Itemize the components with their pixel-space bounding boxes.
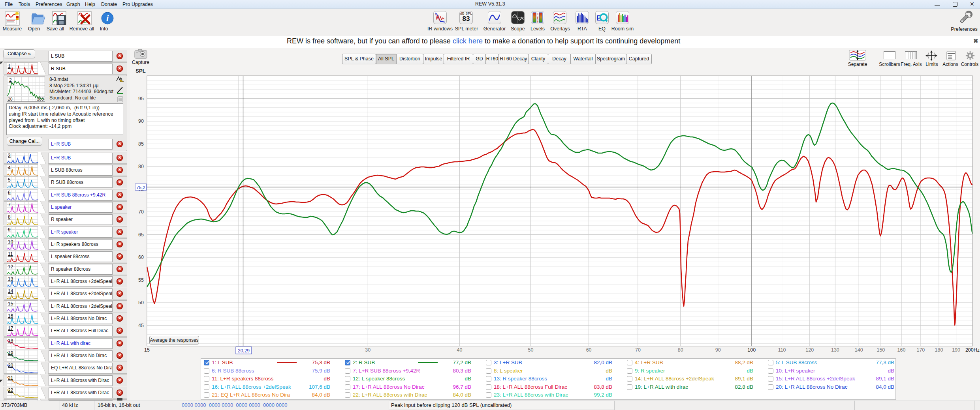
svg-text:190: 190 xyxy=(952,347,960,353)
svg-text:70: 70 xyxy=(635,347,641,353)
svg-text:90: 90 xyxy=(715,347,721,353)
svg-text:95: 95 xyxy=(138,96,144,101)
svg-text:120: 120 xyxy=(805,347,814,353)
svg-text:110: 110 xyxy=(778,347,786,353)
svg-text:100: 100 xyxy=(747,347,756,353)
svg-text:55: 55 xyxy=(138,277,144,283)
svg-text:200Hz: 200Hz xyxy=(965,347,980,353)
svg-text:80: 80 xyxy=(138,164,144,169)
svg-text:130: 130 xyxy=(831,347,839,353)
svg-text:180: 180 xyxy=(935,347,943,353)
svg-text:60: 60 xyxy=(138,255,144,260)
svg-text:20,29: 20,29 xyxy=(238,348,250,354)
svg-text:85: 85 xyxy=(138,141,144,147)
svg-text:80: 80 xyxy=(678,347,683,353)
svg-text:150: 150 xyxy=(877,347,885,353)
svg-text:75,2: 75,2 xyxy=(136,185,145,190)
svg-text:50: 50 xyxy=(138,300,144,305)
svg-text:45: 45 xyxy=(138,323,144,328)
svg-text:90: 90 xyxy=(138,118,144,124)
svg-text:40: 40 xyxy=(457,347,462,353)
svg-text:60: 60 xyxy=(586,347,592,353)
svg-text:70: 70 xyxy=(138,209,144,215)
svg-text:15: 15 xyxy=(144,347,150,353)
svg-text:65: 65 xyxy=(138,232,144,238)
svg-text:30: 30 xyxy=(365,347,371,353)
svg-text:170: 170 xyxy=(916,347,925,353)
svg-text:160: 160 xyxy=(897,347,906,353)
svg-text:140: 140 xyxy=(855,347,863,353)
svg-text:50: 50 xyxy=(528,347,533,353)
